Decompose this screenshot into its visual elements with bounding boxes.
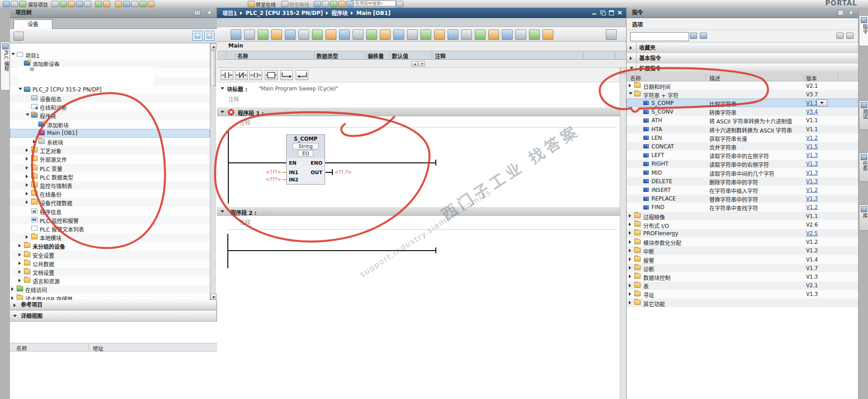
open-branch-icon[interactable] — [280, 70, 293, 80]
rail-tab-库[interactable]: 库 — [859, 204, 868, 231]
block-comment-placeholder[interactable]: 注释 — [228, 95, 239, 103]
instruction-row-PROFIenergy[interactable]: PROFIenergyV2.5 — [627, 229, 859, 238]
chevron-right-icon[interactable] — [26, 200, 28, 204]
rail-tab-任务[interactable]: 任务 — [859, 152, 868, 182]
version-link[interactable]: V1.3 — [806, 178, 818, 185]
breadcrumb-plc[interactable]: PLC_2 [CPU 315-2 PN/DP] — [245, 10, 323, 16]
tree-filter-icon[interactable] — [14, 32, 24, 41]
coil-icon[interactable] — [250, 70, 262, 80]
grid-view-icon[interactable] — [846, 33, 854, 39]
splitter-up-icon[interactable] — [411, 61, 418, 66]
absolute-info-icon[interactable] — [515, 29, 526, 40]
scroll-down-icon[interactable] — [210, 294, 217, 300]
redo-icon[interactable] — [103, 1, 110, 7]
version-link[interactable]: V1.3 — [806, 170, 818, 176]
instruction-row-模块参数化分配[interactable]: 模块参数化分配V1.2 — [627, 238, 859, 247]
restore-editor-icon[interactable] — [599, 10, 606, 16]
project-search-input[interactable] — [351, 0, 396, 6]
project-search-icon[interactable] — [396, 1, 403, 7]
instruction-search-input[interactable] — [630, 32, 689, 41]
network-2-title-placeholder[interactable]: .... — [262, 209, 272, 214]
network-1-header[interactable]: 程序段 1 : .... — [217, 107, 620, 116]
block-type-dropdown[interactable]: String — [292, 143, 319, 149]
version-link[interactable]: V1.3 — [806, 152, 818, 158]
insert-contact-icon[interactable] — [366, 29, 377, 40]
network-2-header[interactable]: 程序段 2 : .... — [217, 207, 620, 216]
overview-icon[interactable] — [204, 31, 214, 41]
chevron-right-icon[interactable] — [26, 183, 28, 187]
go-offline-button[interactable]: 转至离线 — [289, 1, 309, 8]
block-operation-dropdown[interactable]: EQ — [298, 150, 313, 157]
nc-contact-icon[interactable] — [235, 70, 248, 80]
search-up-icon[interactable] — [700, 33, 707, 39]
chevron-right-icon[interactable] — [26, 235, 28, 239]
print-icon[interactable] — [52, 1, 59, 7]
chevron-right-icon[interactable] — [629, 231, 631, 235]
details-view-section[interactable]: 详细视图 — [10, 310, 217, 322]
tree-item-工艺对象[interactable]: 工艺对象 — [10, 146, 210, 155]
tree-item-语言和资源[interactable]: 语言和资源 — [10, 276, 210, 285]
chevron-down-icon[interactable] — [13, 315, 17, 317]
compile-block-icon[interactable] — [271, 29, 282, 40]
tree-item-添加新块[interactable]: 添加新块 — [10, 120, 210, 129]
instruction-row-报警[interactable]: 报警V1.4 — [627, 255, 859, 264]
tree-item-设备代理数据[interactable]: 设备代理数据 — [10, 198, 210, 207]
chevron-down-icon[interactable] — [221, 87, 224, 90]
block-tab-label[interactable]: Main — [228, 43, 243, 49]
pin-in1[interactable]: IN1 — [289, 170, 298, 176]
chevron-right-icon[interactable] — [629, 275, 631, 278]
tree-item-PLC 报警文本列表[interactable]: PLC 报警文本列表 — [10, 224, 210, 233]
tab-devices[interactable]: 设备 — [14, 19, 52, 29]
instruction-row-LEN[interactable]: LEN获取字符串长度V1.2 — [627, 133, 859, 142]
block-properties-icon[interactable] — [285, 29, 296, 40]
chevron-right-icon[interactable] — [26, 148, 28, 152]
chevron-down-icon[interactable] — [11, 53, 15, 55]
collapse-panel-icon[interactable] — [208, 11, 210, 14]
instruction-row-诊断[interactable]: 诊断V1.7 — [627, 264, 859, 272]
tree-item-Main [OB1][interactable]: Main [OB1] — [10, 129, 210, 138]
version-link[interactable]: V1.2 — [806, 204, 818, 210]
tree-item-监控与强制表[interactable]: 监控与强制表 — [10, 181, 210, 190]
breadcrumb-program-blocks[interactable]: 程序块 — [331, 9, 348, 17]
compile-icon[interactable] — [115, 1, 122, 7]
chevron-right-icon[interactable] — [629, 292, 631, 296]
network-1-comment[interactable]: 注释 — [240, 119, 250, 126]
version-link[interactable]: V1.3 — [806, 161, 818, 167]
chevron-right-icon[interactable] — [629, 84, 631, 87]
chevron-right-icon[interactable] — [19, 261, 21, 265]
chevron-right-icon[interactable] — [19, 270, 21, 274]
insert-box-icon[interactable] — [393, 29, 404, 40]
section-extended-instructions[interactable]: 扩展指令 — [627, 63, 858, 74]
cut-icon[interactable] — [60, 1, 67, 7]
tree-scrollbar[interactable] — [210, 43, 216, 300]
chevron-right-icon[interactable] — [629, 266, 631, 270]
data-types-icon[interactable] — [542, 29, 553, 40]
update-calls-icon[interactable] — [461, 29, 472, 40]
chevron-down-icon[interactable] — [221, 111, 224, 113]
chevron-right-icon[interactable] — [630, 46, 632, 50]
block-title-value[interactable]: "Main Program Sweep (Cycle)" — [259, 86, 338, 92]
goto-next-error-icon[interactable] — [448, 29, 458, 40]
window-layout-icon[interactable] — [606, 29, 617, 40]
search-icon[interactable] — [529, 29, 540, 40]
chevron-right-icon[interactable] — [26, 175, 28, 178]
tree-item-程序块[interactable]: 程序块 — [10, 111, 210, 120]
rename-icon[interactable] — [258, 29, 269, 40]
expand-networks-icon[interactable] — [312, 29, 323, 40]
interface-splitter[interactable] — [217, 60, 626, 68]
delete-block-icon[interactable] — [244, 29, 255, 40]
accessible-devices-icon[interactable] — [314, 1, 321, 7]
insert-block-icon[interactable] — [231, 29, 241, 40]
chevron-right-icon[interactable] — [629, 301, 631, 304]
insert-coil-icon[interactable] — [380, 29, 391, 40]
chevron-right-icon[interactable] — [629, 240, 631, 244]
delete-icon[interactable] — [84, 1, 91, 7]
version-link[interactable]: V1.3 — [806, 195, 818, 202]
start-simulation-icon[interactable] — [322, 1, 329, 7]
upload-icon[interactable] — [131, 1, 138, 7]
chevron-down-icon[interactable] — [26, 114, 29, 116]
pane-view-icon[interactable] — [836, 33, 844, 39]
chevron-down-icon[interactable] — [629, 92, 632, 95]
go-offline-icon[interactable] — [281, 1, 288, 7]
chevron-down-icon[interactable] — [221, 210, 224, 213]
